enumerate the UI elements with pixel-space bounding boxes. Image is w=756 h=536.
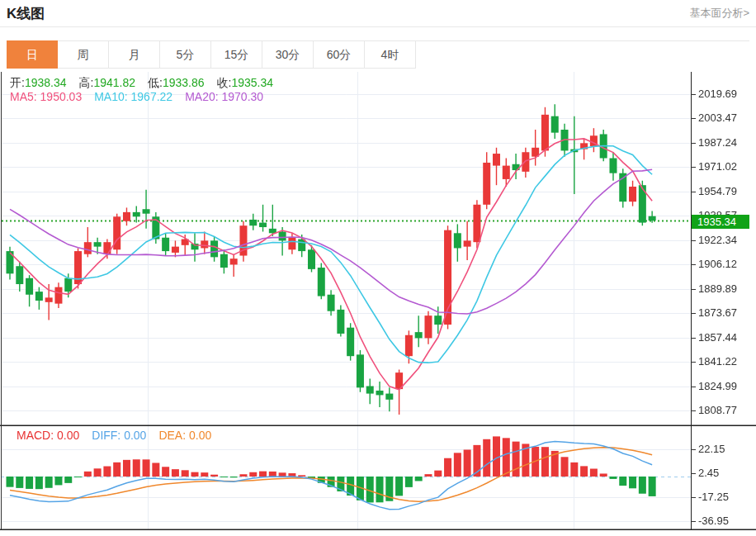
tab-4hour[interactable]: 4时 <box>365 40 416 69</box>
axis-tick-label: 1857.44 <box>698 331 737 344</box>
macd-label: MACD: <box>17 429 54 442</box>
axis-tick-label: 1841.22 <box>698 355 737 368</box>
axis-tick-label: -17.25 <box>698 491 729 504</box>
current-price-badge: 1935.34 <box>692 215 749 229</box>
axis-tick-label: 1971.02 <box>698 160 737 173</box>
low-label: 低: <box>148 76 163 89</box>
axis-tick-label: 2003.47 <box>698 111 737 125</box>
macd-value: 0.00 <box>57 429 79 442</box>
axis-tick-label: 1808.77 <box>698 404 737 417</box>
ma10-label: MA10: <box>94 90 127 103</box>
axis-tick-label: 22.15 <box>698 443 725 456</box>
macd-legend: MACD: 0.00 DIFF: 0.00 DEA: 0.00 <box>17 429 224 442</box>
axis-tick-label: 1906.12 <box>698 258 737 271</box>
axis-tick-label: 2.45 <box>698 467 719 480</box>
ma20-label: MA20: <box>185 90 218 103</box>
period-tabs: 日 周 月 5分 15分 30分 60分 4时 <box>7 40 749 69</box>
diff-value: 0.00 <box>124 429 146 442</box>
open-value: 1938.34 <box>25 76 67 89</box>
ma5-value: 1950.03 <box>40 90 83 103</box>
axis-tick-label: 1922.34 <box>698 234 737 247</box>
axis-tick-label: -36.95 <box>698 515 729 528</box>
dea-value: 0.00 <box>189 429 211 442</box>
axis-tick-label: 1873.67 <box>698 306 737 320</box>
tab-5min[interactable]: 5分 <box>160 40 211 69</box>
axis-tick-label: 1987.24 <box>698 136 737 149</box>
tab-month[interactable]: 月 <box>109 40 160 69</box>
dea-label: DEA: <box>158 429 186 442</box>
high-label: 高: <box>79 76 94 89</box>
tab-60min[interactable]: 60分 <box>314 40 365 69</box>
low-value: 1933.86 <box>163 76 205 89</box>
kline-page: K线图 基本面分析> 日 周 月 5分 15分 30分 60分 4时 开:193… <box>0 0 756 536</box>
ohlc-legend: 开:1938.34 高:1941.82 低:1933.86 收:1935.34 <box>10 76 286 91</box>
page-title: K线图 <box>7 4 45 23</box>
page-header: K线图 基本面分析> <box>0 0 756 27</box>
tab-15min[interactable]: 15分 <box>211 40 262 69</box>
tab-week[interactable]: 周 <box>58 40 109 69</box>
close-value: 1935.34 <box>231 76 273 89</box>
ma10-value: 1967.22 <box>131 90 173 103</box>
ma5-label: MA5: <box>10 90 37 103</box>
fundamental-analysis-link[interactable]: 基本面分析> <box>689 6 749 21</box>
kline-chart-canvas[interactable] <box>0 72 756 531</box>
tab-day[interactable]: 日 <box>7 40 58 69</box>
tab-30min[interactable]: 30分 <box>262 40 314 69</box>
axis-tick-label: 1824.99 <box>698 380 737 393</box>
axis-tick-label: 1954.79 <box>698 185 737 198</box>
tab-filler <box>416 40 749 69</box>
chart-area: 开:1938.34 高:1941.82 低:1933.86 收:1935.34 … <box>0 72 756 535</box>
ma-legend: MA5: 1950.03 MA10: 1967.22 MA20: 1970.30 <box>10 90 276 103</box>
diff-label: DIFF: <box>92 429 120 442</box>
close-label: 收: <box>217 76 232 89</box>
open-label: 开: <box>10 76 25 89</box>
axis-tick-label: 1889.89 <box>698 282 737 296</box>
high-value: 1941.82 <box>93 76 135 89</box>
ma20-value: 1970.30 <box>222 90 264 103</box>
axis-tick-label: 2019.69 <box>698 88 737 101</box>
